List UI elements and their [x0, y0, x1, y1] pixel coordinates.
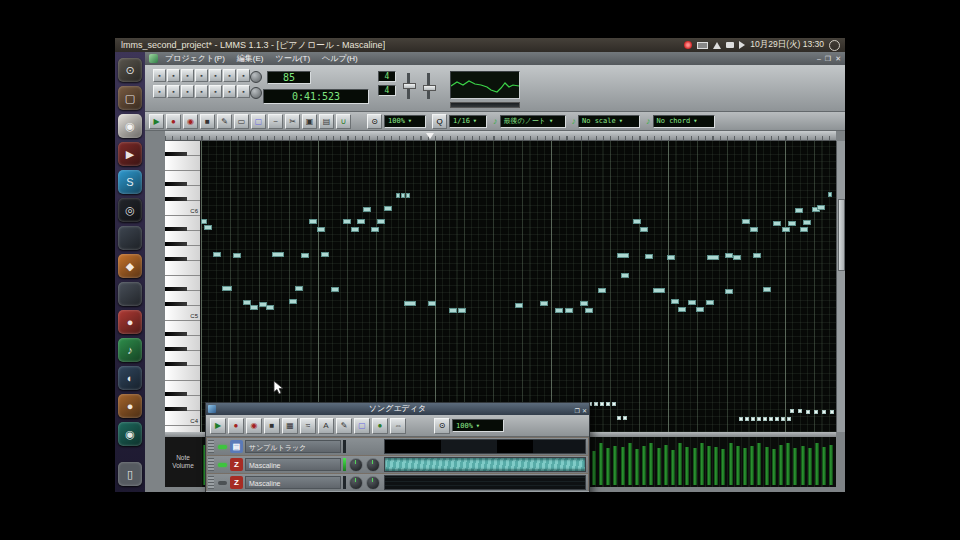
- midi-note[interactable]: [763, 287, 771, 292]
- zoom-icon[interactable]: ⊙: [434, 418, 450, 434]
- q-icon[interactable]: Q: [432, 114, 447, 129]
- midi-note[interactable]: [817, 205, 825, 210]
- velocity-bar[interactable]: [693, 448, 697, 485]
- piano-key-white[interactable]: [165, 156, 201, 171]
- midi-note[interactable]: [742, 219, 750, 224]
- midi-note[interactable]: [233, 253, 241, 258]
- midi-note[interactable]: [788, 221, 796, 226]
- midi-note[interactable]: [309, 219, 317, 224]
- midi-note[interactable]: [204, 225, 212, 230]
- midi-note[interactable]: [678, 307, 686, 312]
- midi-note[interactable]: [384, 206, 392, 211]
- midi-note[interactable]: [803, 220, 811, 225]
- midi-note[interactable]: [773, 221, 781, 226]
- midi-note[interactable]: [640, 227, 648, 232]
- copy-button[interactable]: ▣: [302, 114, 317, 129]
- midi-note[interactable]: [585, 308, 593, 313]
- keyboard-input-icon[interactable]: [726, 42, 734, 48]
- midi-note[interactable]: [806, 410, 810, 414]
- midi-note[interactable]: [822, 410, 826, 414]
- midi-note[interactable]: [671, 299, 679, 304]
- midi-note[interactable]: [667, 255, 675, 260]
- play-button[interactable]: ▶: [210, 418, 226, 434]
- midi-note[interactable]: [289, 299, 297, 304]
- midi-note[interactable]: [750, 227, 758, 232]
- velocity-bar[interactable]: [829, 445, 833, 485]
- midi-note[interactable]: [272, 252, 284, 257]
- velocity-bar[interactable]: [664, 445, 668, 485]
- new-project-button[interactable]: ▪: [153, 69, 166, 82]
- midi-note[interactable]: [606, 402, 610, 406]
- velocity-bar[interactable]: [599, 443, 603, 485]
- time-display-lcd[interactable]: 0:41:523: [263, 89, 369, 104]
- close-button[interactable]: ✕: [835, 55, 841, 63]
- note-grid[interactable]: [201, 141, 836, 432]
- erase-mode-button[interactable]: ▭: [234, 114, 249, 129]
- midi-note[interactable]: [828, 192, 832, 197]
- save-project-button[interactable]: ▪: [181, 69, 194, 82]
- velocity-bar[interactable]: [765, 447, 769, 485]
- piano-keyboard[interactable]: C6C5C4: [165, 141, 201, 432]
- note-length-dropdown[interactable]: 最後のノート▾: [500, 115, 566, 128]
- velocity-bar[interactable]: [606, 448, 610, 485]
- velocity-bar[interactable]: [657, 448, 661, 485]
- midi-note[interactable]: [213, 252, 221, 257]
- midi-note[interactable]: [751, 417, 755, 421]
- velocity-bar[interactable]: [822, 447, 826, 485]
- midi-note[interactable]: [594, 402, 598, 406]
- launcher-icon-music-player[interactable]: ◉: [118, 422, 142, 446]
- midi-note[interactable]: [757, 417, 761, 421]
- midi-note[interactable]: [814, 410, 818, 414]
- midi-note[interactable]: [769, 417, 773, 421]
- paste-button[interactable]: ▤: [319, 114, 334, 129]
- track-name[interactable]: Mascaline: [245, 476, 341, 489]
- project-notes-button[interactable]: ▪: [209, 69, 222, 82]
- launcher-icon-skype[interactable]: S: [118, 170, 142, 194]
- midi-note[interactable]: [645, 254, 653, 259]
- launcher-icon-media-player[interactable]: ▶: [118, 142, 142, 166]
- export-project-button[interactable]: ▪: [195, 69, 208, 82]
- magnet-button[interactable]: ∪: [336, 114, 351, 129]
- velocity-bar[interactable]: [642, 446, 646, 485]
- mute-led[interactable]: [218, 481, 227, 485]
- song-editor-titlebar[interactable]: ソングエディタ ❐✕: [206, 403, 589, 415]
- automation-editor-toggle-button[interactable]: ▪: [195, 85, 208, 98]
- midi-note[interactable]: [775, 417, 779, 421]
- scrollbar-thumb[interactable]: [838, 199, 845, 271]
- instrument-icon[interactable]: Z: [230, 458, 243, 471]
- midi-note[interactable]: [798, 409, 802, 413]
- draw-mode-button[interactable]: ✎: [217, 114, 232, 129]
- menu-item-2[interactable]: ツール(T): [275, 53, 310, 64]
- track-pan-knob[interactable]: [366, 476, 380, 490]
- loop-button[interactable]: ●: [372, 418, 388, 434]
- midi-note[interactable]: [688, 300, 696, 305]
- midi-note[interactable]: [782, 227, 790, 232]
- launcher-icon-software-center[interactable]: ◆: [118, 254, 142, 278]
- midi-note[interactable]: [343, 219, 351, 224]
- sample-track-icon[interactable]: ▤: [230, 440, 243, 453]
- midi-note[interactable]: [696, 307, 704, 312]
- timeline[interactable]: [165, 131, 836, 141]
- velocity-bar[interactable]: [757, 443, 761, 485]
- velocity-bar[interactable]: [685, 447, 689, 485]
- open-project-button[interactable]: ▪: [167, 69, 180, 82]
- midi-note[interactable]: [598, 288, 606, 293]
- velocity-bar[interactable]: [750, 446, 754, 485]
- midi-note[interactable]: [830, 410, 834, 414]
- velocity-bar[interactable]: [678, 443, 682, 485]
- midi-note[interactable]: [540, 301, 548, 306]
- pattern-segment[interactable]: [384, 457, 586, 472]
- midi-note[interactable]: [763, 417, 767, 421]
- q-dropdown[interactable]: 1/16▾: [449, 115, 487, 128]
- master-volume-knob[interactable]: [250, 71, 262, 83]
- menu-item-1[interactable]: 編集(E): [237, 53, 264, 64]
- launcher-icon-files[interactable]: ▢: [118, 86, 142, 110]
- velocity-bar[interactable]: [743, 448, 747, 485]
- velocity-bar[interactable]: [707, 446, 711, 485]
- velocity-bar[interactable]: [779, 445, 783, 485]
- volume-icon[interactable]: [739, 41, 745, 49]
- record-accompany-button[interactable]: ◉: [246, 418, 262, 434]
- midi-note[interactable]: [321, 252, 329, 257]
- midi-note[interactable]: [580, 301, 588, 306]
- record-button[interactable]: ●: [166, 114, 181, 129]
